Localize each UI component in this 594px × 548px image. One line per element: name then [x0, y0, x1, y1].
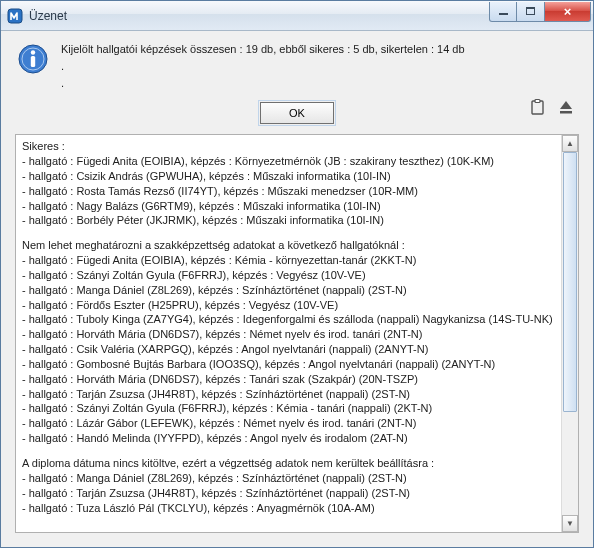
list-item: - hallgató : Tuboly Kinga (ZA7YG4), képz…: [22, 312, 555, 327]
message-body: Sikeres : - hallgató : Fügedi Anita (EOI…: [16, 135, 561, 532]
close-button[interactable]: ×: [545, 2, 591, 22]
list-item: - hallgató : Szányi Zoltán Gyula (F6FRRJ…: [22, 401, 555, 416]
list-item: - hallgató : Fügedi Anita (EOIBIA), képz…: [22, 154, 555, 169]
app-icon: [7, 8, 23, 24]
svg-rect-6: [535, 100, 540, 103]
svg-rect-7: [560, 111, 572, 114]
info-icon: [17, 43, 49, 75]
message-body-panel: Sikeres : - hallgató : Fügedi Anita (EOI…: [15, 134, 579, 533]
section-heading-success: Sikeres :: [22, 139, 555, 154]
dialog-window: Üzenet × Kijelölt hallgatói képzések öss…: [0, 0, 594, 548]
svg-rect-4: [31, 56, 35, 67]
summary-line: Kijelölt hallgatói képzések összesen : 1…: [61, 41, 577, 58]
list-item: - hallgató : Gombosné Bujtás Barbara (IO…: [22, 357, 555, 372]
list-item: - hallgató : Borbély Péter (JKJRMK), kép…: [22, 213, 555, 228]
list-item: - hallgató : Tuza László Pál (TKCLYU), k…: [22, 501, 555, 516]
list-item: - hallgató : Manga Dániel (Z8L269), képz…: [22, 283, 555, 298]
svg-point-3: [31, 50, 35, 54]
ok-button[interactable]: OK: [260, 102, 334, 124]
list-item: - hallgató : Csizik András (GPWUHA), kép…: [22, 169, 555, 184]
section-heading-diploma: A diploma dátuma nincs kitöltve, ezért a…: [22, 456, 555, 471]
eject-icon[interactable]: [557, 98, 575, 116]
vertical-scrollbar[interactable]: ▲ ▼: [561, 135, 578, 532]
minimize-button[interactable]: [489, 2, 517, 22]
summary-dot: .: [61, 75, 577, 92]
list-item: - hallgató : Manga Dániel (Z8L269), képz…: [22, 471, 555, 486]
clipboard-icon[interactable]: [529, 98, 547, 116]
list-item: - hallgató : Tarján Zsuzsa (JH4R8T), kép…: [22, 486, 555, 501]
scroll-up-button[interactable]: ▲: [562, 135, 578, 152]
list-item: - hallgató : Nagy Balázs (G6RTM9), képzé…: [22, 199, 555, 214]
summary-dot: .: [61, 58, 577, 75]
list-item: - hallgató : Szányi Zoltán Gyula (F6FRRJ…: [22, 268, 555, 283]
list-item: - hallgató : Fördős Eszter (H25PRU), kép…: [22, 298, 555, 313]
list-item: - hallgató : Horváth Mária (DN6DS7), kép…: [22, 372, 555, 387]
window-controls: ×: [489, 2, 591, 22]
list-item: - hallgató : Lázár Gábor (LEFEWK), képzé…: [22, 416, 555, 431]
list-item: - hallgató : Horváth Mária (DN6DS7), kép…: [22, 327, 555, 342]
scroll-thumb[interactable]: [563, 152, 577, 412]
message-header: Kijelölt hallgatói képzések összesen : 1…: [1, 31, 593, 98]
list-item: - hallgató : Rosta Tamás Rezső (II74YT),…: [22, 184, 555, 199]
summary-text: Kijelölt hallgatói képzések összesen : 1…: [61, 41, 577, 92]
list-item: - hallgató : Handó Melinda (IYYFPD), kép…: [22, 431, 555, 446]
section-heading-cannot: Nem lehet meghatározni a szakképzettség …: [22, 238, 555, 253]
list-item: - hallgató : Fügedi Anita (EOIBIA), képz…: [22, 253, 555, 268]
scroll-down-button[interactable]: ▼: [562, 515, 578, 532]
titlebar[interactable]: Üzenet ×: [1, 1, 593, 31]
list-item: - hallgató : Tarján Zsuzsa (JH4R8T), kép…: [22, 387, 555, 402]
window-title: Üzenet: [29, 9, 489, 23]
maximize-button[interactable]: [517, 2, 545, 22]
list-item: - hallgató : Csik Valéria (XARPGQ), képz…: [22, 342, 555, 357]
button-row: OK: [1, 98, 593, 134]
